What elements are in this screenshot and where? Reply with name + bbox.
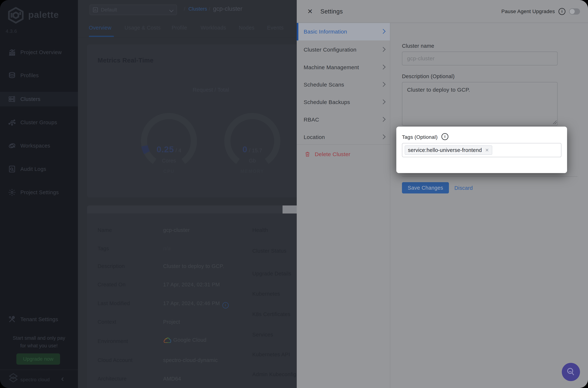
detail-label: Name [98, 227, 112, 233]
sidebar-item-label: Tenant Settings [20, 316, 58, 322]
detail-value-environment: Google Cloud [163, 337, 206, 343]
memory-usage-value: 0 / 15.7 [223, 144, 281, 154]
pause-agent-upgrades-label: Pause Agent Upgrades [501, 9, 555, 14]
tags-input[interactable]: service:hello-universe-frontend ✕ [402, 143, 562, 157]
status-label: K8s Certificates [252, 311, 290, 317]
tags-highlight-card: Tags (Optional) i service:hello-universe… [396, 127, 567, 173]
chevron-right-icon [381, 117, 385, 122]
detail-value: spectro-cloud-dynamic [163, 357, 218, 363]
settings-nav-label: Machine Management [304, 64, 359, 71]
upgrade-now-button[interactable]: Upgrade now [16, 353, 60, 365]
selected-indicator [297, 23, 298, 40]
chevron-right-icon [381, 47, 385, 52]
breadcrumb-clusters-link[interactable]: Clusters [188, 6, 207, 12]
metrics-title: Metrics Real-Time [98, 57, 154, 64]
sidebar-item-project-overview[interactable]: Project Overview [0, 45, 78, 60]
project-selector[interactable]: Default [90, 4, 177, 15]
breadcrumb-cluster-name: gcp-cluster [213, 5, 242, 12]
status-label: Cluster Status [252, 248, 287, 254]
detail-value: 17 Apr, 2024, 02:31 PM [163, 282, 220, 288]
chevron-right-icon [381, 99, 385, 104]
chevron-right-icon [381, 82, 385, 87]
sidebar-item-tenant-settings[interactable]: Tenant Settings [0, 312, 78, 327]
textarea-resize-handle[interactable] [553, 121, 557, 124]
sidebar-footer: spectro cloud ‹ [0, 370, 78, 388]
sidebar-item-profiles[interactable]: Profiles [0, 68, 78, 83]
sidebar-item-project-settings[interactable]: Project Settings [0, 185, 78, 200]
tag-chip: service:hello-universe-frontend ✕ [405, 145, 492, 155]
cluster-overview-page: Default / Clusters / gcp-cluster Overvie… [78, 0, 297, 388]
sidebar-item-label: Profiles [20, 73, 39, 78]
description-textarea[interactable]: Cluster to deploy to GCP. [402, 82, 558, 126]
sidebar-item-label: Project Settings [20, 190, 59, 195]
details-card-topbar [87, 205, 297, 214]
server-icon [8, 95, 16, 103]
settings-nav-label: Schedule Backups [304, 99, 350, 105]
cpu-label: CPU [140, 169, 198, 174]
status-label: Upgrade Details [252, 271, 291, 277]
settings-nav-cluster-configuration[interactable]: Cluster Configuration [297, 41, 390, 58]
active-tab-indicator [89, 36, 114, 37]
remove-tag-icon[interactable]: ✕ [485, 147, 489, 153]
detail-label: Last Modified [98, 300, 130, 306]
cpu-gauge: 0.25 / 4 Cores CPU [140, 112, 198, 188]
tab-profile[interactable]: Profile [172, 25, 187, 31]
tab-events[interactable]: Events [267, 25, 284, 31]
tab-usage-costs[interactable]: Usage & Costs [125, 25, 161, 31]
project-selector-value: Default [101, 7, 117, 13]
google-cloud-icon [163, 337, 171, 343]
tab-nodes[interactable]: Nodes [239, 25, 254, 31]
detail-value: gcp-cluster [163, 227, 190, 233]
cluster-name-input[interactable] [402, 51, 558, 65]
breadcrumb-separator: / [184, 6, 185, 12]
cluster-details-card: Name gcp-cluster Tags n/a Description Cl… [87, 205, 297, 388]
cluster-settings-button[interactable] [283, 205, 297, 214]
settings-nav-location[interactable]: Location [297, 128, 390, 146]
settings-nav-label: Location [304, 134, 325, 140]
detail-label: Tags [98, 245, 109, 252]
sidebar-item-label: Project Overview [20, 49, 62, 55]
settings-nav-label: Cluster Configuration [304, 47, 357, 53]
sidebar-item-clusters[interactable]: Clusters [0, 92, 78, 106]
cpu-unit: Cores [140, 158, 198, 164]
info-icon[interactable]: i [223, 302, 229, 308]
settings-nav-label: RBAC [304, 117, 319, 123]
cluster-name-label: Cluster name [402, 43, 434, 49]
spectro-cloud-logo-icon [9, 373, 18, 383]
palette-logo-icon [7, 7, 24, 24]
collapse-sidebar-icon[interactable]: ‹ [61, 374, 64, 383]
info-icon[interactable]: i [441, 133, 448, 140]
sidebar-item-label: Workspaces [20, 143, 50, 149]
detail-label: Description [98, 263, 125, 269]
status-label: Admin Kubeconfig F [252, 371, 297, 377]
app-version: 4.3.6 [6, 28, 17, 34]
tags-label: Tags (Optional) [402, 134, 438, 140]
sidebar-item-audit-logs[interactable]: Audit Logs [0, 162, 78, 176]
chevron-right-icon [381, 134, 385, 139]
sidebar-item-workspaces[interactable]: Workspaces [0, 138, 78, 153]
settings-nav-schedule-scans[interactable]: Schedule Scans [297, 76, 390, 94]
settings-nav-rbac[interactable]: RBAC [297, 111, 390, 128]
info-icon[interactable]: i [559, 8, 565, 15]
description-label: Description (Optional) [402, 73, 454, 79]
detail-value: Project [163, 319, 180, 325]
gear-icon [8, 188, 16, 196]
close-icon[interactable]: ✕ [307, 8, 313, 15]
spectro-cloud-label: spectro cloud [20, 377, 50, 383]
pause-agent-upgrades-toggle[interactable] [569, 8, 580, 15]
sidebar-item-cluster-groups[interactable]: Cluster Groups [0, 115, 78, 130]
app-window: palette 4.3.6 Project Overview Profiles … [0, 0, 588, 388]
tab-workloads[interactable]: Workloads [201, 25, 226, 31]
chevron-right-icon [381, 65, 385, 70]
tab-overview[interactable]: Overview [89, 25, 112, 31]
status-label: Kubernetes API [252, 352, 290, 358]
save-changes-button[interactable]: Save Changes [402, 182, 449, 194]
help-widget-button[interactable] [562, 363, 580, 381]
status-label: Kubernetes [252, 291, 280, 297]
settings-nav-schedule-backups[interactable]: Schedule Backups [297, 94, 390, 111]
settings-nav-basic-information[interactable]: Basic Information [297, 23, 390, 40]
discard-button[interactable]: Discard [454, 185, 473, 191]
delete-cluster-button[interactable]: Delete Cluster [305, 151, 350, 157]
brand-name: palette [28, 9, 59, 20]
settings-nav-machine-management[interactable]: Machine Management [297, 59, 390, 76]
